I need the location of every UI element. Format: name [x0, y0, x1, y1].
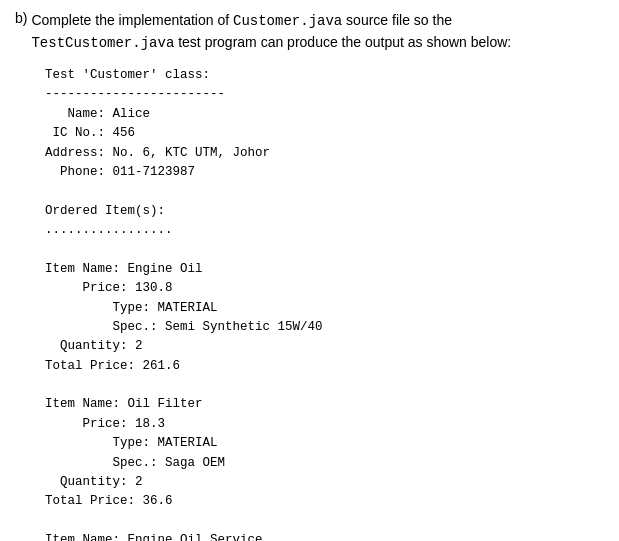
code-output-block: Test 'Customer' class: -----------------… [45, 66, 604, 541]
testcustomer-java-ref: TestCustomer.java [31, 35, 174, 51]
question-label: b) [15, 10, 27, 54]
header-line1: Complete the implementation of Customer.… [31, 12, 452, 28]
question-header: b) Complete the implementation of Custom… [15, 10, 604, 54]
customer-java-ref: Customer.java [233, 13, 342, 29]
header-line2: TestCustomer.java test program can produ… [31, 34, 511, 50]
question-description: Complete the implementation of Customer.… [31, 10, 511, 54]
